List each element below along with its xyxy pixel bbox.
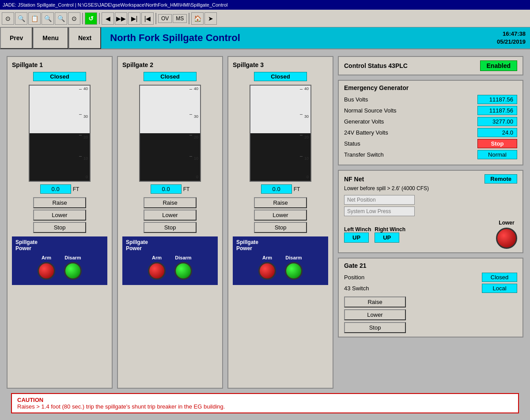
net-inputs	[344, 195, 517, 216]
toolbar: ⊙ 🔍 📋 🔍 🔍 ⊙ ↺ ◀ ▶▶ ▶| |◀ OV MS 🏠 ➤	[0, 10, 530, 27]
menu-button[interactable]: Menu	[33, 27, 68, 49]
nf-net-title: NF Net	[344, 176, 364, 183]
spillgate-2-fill	[140, 133, 200, 181]
spillgate-1-raise-btn[interactable]: Raise	[33, 197, 86, 208]
gate21-position-row: Position Closed	[344, 273, 517, 282]
left-winch-group: Left Winch UP	[344, 226, 371, 243]
eg-row-transfer: Transfer Switch Normal	[344, 150, 517, 159]
toolbar-icon-arrow[interactable]: ➤	[204, 12, 217, 25]
spillgate-1-ft-display: 0.0 FT	[12, 184, 107, 194]
next-button[interactable]: Next	[68, 27, 101, 49]
spillgate-3-panel: Spillgate 3 Closed 40 30 20 10 0 0.0 FT …	[227, 56, 333, 389]
spillgate-2-arm-disarm: Arm Disarm	[126, 255, 214, 282]
eg-label-generator-volts: Generator Volts	[344, 118, 384, 125]
nf-net-panel: NF Net Remote Lower before spill > 2.6' …	[338, 170, 523, 253]
nf-net-mode: Remote	[485, 174, 517, 184]
eg-label-status: Status	[344, 140, 360, 147]
spillgate-1-stop-btn[interactable]: Stop	[33, 222, 86, 233]
spillgate-1-fill	[30, 133, 90, 181]
spillgate-3-title: Spillgate 3	[233, 61, 328, 68]
gate21-position-label: Position	[344, 274, 364, 281]
eg-value-normal-source: 11187.56	[477, 106, 517, 115]
caution-title: CAUTION	[17, 397, 513, 403]
spillgate-3-value: 0.0	[261, 184, 292, 194]
main-content: Spillgate 1 Closed 40 30 20 10 0 0.0 FT …	[0, 49, 530, 420]
emergency-generator-title: Emergency Generator	[344, 84, 517, 91]
left-winch-up-btn[interactable]: UP	[344, 232, 369, 243]
toolbar-icon-forward[interactable]: ▶▶	[115, 12, 127, 25]
spillgate-3-lower-btn[interactable]: Lower	[254, 210, 307, 221]
right-winch-up-btn[interactable]: UP	[375, 232, 399, 243]
eg-value-battery: 24.0	[477, 128, 517, 137]
nf-net-lower-group: Lower	[496, 220, 517, 249]
spillgate-3-diagram: 40 30 20 10 0	[250, 85, 311, 182]
toolbar-icon-start[interactable]: |◀	[141, 12, 154, 25]
caution-text: Raises > 1.4 foot (80 sec.) trip the spi…	[17, 403, 513, 410]
top-section: Spillgate 1 Closed 40 30 20 10 0 0.0 FT …	[7, 56, 523, 389]
toolbar-icon-back[interactable]: ◀	[102, 12, 114, 25]
spillgate-1-lower-btn[interactable]: Lower	[33, 210, 86, 221]
spillgate-2-lower-btn[interactable]: Lower	[144, 210, 197, 221]
spillgate-1-disarm-label: Disarm	[64, 255, 81, 260]
spillgate-3-status: Closed	[254, 72, 307, 81]
spillgate-3-power-label: SpillgatePower	[236, 239, 258, 251]
spillgate-3-arm-group: Arm	[258, 255, 276, 280]
control-status-label: Control Status 43PLC	[344, 62, 408, 69]
toolbar-icon-5[interactable]: 🔍	[55, 12, 67, 25]
toolbar-sep-2	[99, 13, 100, 24]
eg-row-normal-source: Normal Source Volts 11187.56	[344, 106, 517, 115]
spillgate-3-stop-btn[interactable]: Stop	[254, 222, 307, 233]
eg-value-generator-volts: 3277.00	[477, 117, 517, 126]
spillgate-2-title: Spillgate 2	[122, 61, 218, 68]
eg-label-normal-source: Normal Source Volts	[344, 107, 397, 114]
spillgate-1-diagram: 40 30 20 10 0	[29, 85, 91, 182]
gate21-raise-btn[interactable]: Raise	[344, 296, 406, 308]
net-position-input[interactable]	[344, 195, 415, 205]
toolbar-icon-home[interactable]: 🏠	[191, 12, 204, 25]
spillgate-3-unit: FT	[294, 186, 300, 192]
spillgate-1-disarm-group: Disarm	[64, 255, 82, 280]
spillgate-3-raise-btn[interactable]: Raise	[254, 197, 307, 208]
spillgate-1-disarm-btn[interactable]	[64, 262, 82, 280]
gate21-position-value: Closed	[482, 273, 517, 282]
toolbar-icon-6[interactable]: ⊙	[68, 12, 80, 25]
toolbar-icon-1[interactable]: ⊙	[2, 12, 14, 25]
spillgate-2-arm-group: Arm	[148, 255, 166, 280]
control-status-value: Enabled	[480, 60, 517, 71]
page-title: North Fork Spillgate Control	[101, 32, 497, 44]
spillgate-2-stop-btn[interactable]: Stop	[144, 222, 197, 233]
eg-label-battery: 24V Battery Volts	[344, 129, 388, 136]
system-low-press-input[interactable]	[344, 206, 415, 216]
toolbar-icon-refresh[interactable]: ↺	[85, 12, 97, 25]
right-winch-label: Right Winch	[375, 226, 405, 232]
toolbar-ov-btn[interactable]: OV	[158, 14, 172, 23]
toolbar-icon-end[interactable]: ▶|	[128, 12, 140, 25]
toolbar-icon-4[interactable]: 🔍	[42, 12, 54, 25]
eg-value-bus-volts: 11187.56	[477, 95, 517, 104]
spillgate-3-fill	[250, 133, 310, 181]
spillgate-2-raise-btn[interactable]: Raise	[144, 197, 197, 208]
winch-controls: Left Winch UP Right Winch UP Lower	[344, 220, 517, 249]
gate21-title: Gate 21	[344, 262, 517, 269]
spillgate-1-status: Closed	[33, 72, 86, 81]
nf-net-lower-btn[interactable]	[496, 228, 517, 249]
toolbar-icon-2[interactable]: 🔍	[15, 12, 27, 25]
spillgate-1-panel: Spillgate 1 Closed 40 30 20 10 0 0.0 FT …	[7, 56, 113, 389]
spillgate-2-disarm-btn[interactable]	[174, 262, 192, 280]
gate21-lower-btn[interactable]: Lower	[344, 309, 406, 320]
spillgate-1-arm-btn[interactable]	[38, 262, 55, 280]
toolbar-icon-3[interactable]: 📋	[28, 12, 41, 25]
eg-row-status: Status Stop	[344, 139, 517, 148]
control-status-panel: Control Status 43PLC Enabled	[338, 56, 523, 75]
caution-bar: CAUTION Raises > 1.4 foot (80 sec.) trip…	[11, 393, 519, 413]
spillgate-3-arm-btn[interactable]	[258, 262, 276, 280]
nf-net-header: NF Net Remote	[344, 174, 517, 184]
spillgate-2-arm-label: Arm	[152, 255, 162, 260]
gate21-switch-value: Local	[482, 284, 517, 293]
spillgate-3-disarm-btn[interactable]	[285, 262, 303, 280]
spillgate-2-arm-btn[interactable]	[148, 262, 166, 280]
spillgate-1-arm-label: Arm	[42, 255, 51, 260]
toolbar-ms-btn[interactable]: MS	[173, 14, 187, 23]
gate21-stop-btn[interactable]: Stop	[344, 322, 406, 333]
prev-button[interactable]: Prev	[0, 27, 33, 49]
